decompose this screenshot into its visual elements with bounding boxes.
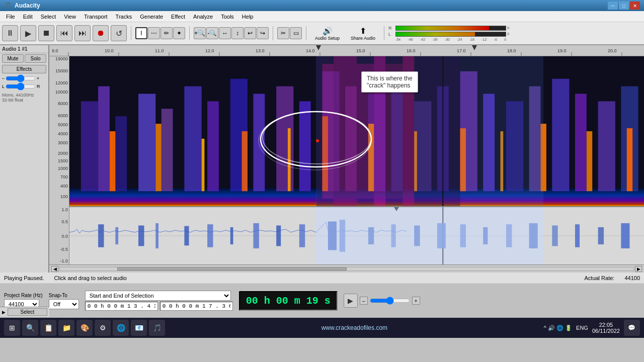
speed-plus-button[interactable]: +	[412, 297, 420, 305]
fastforward-button[interactable]: ⏭	[74, 25, 91, 41]
tracks-area[interactable]: This is where the "crack" happens 19000 …	[49, 56, 644, 264]
db-8000: 8000	[58, 101, 68, 106]
db-3000: 3000	[58, 140, 68, 145]
pan-row: L R	[0, 82, 48, 90]
taskbar-email[interactable]: 📧	[131, 320, 147, 336]
system-tray-icons: ^ 🔊 🌐 🔋	[544, 325, 572, 331]
svg-rect-29	[98, 86, 110, 192]
db-1000: 1000	[58, 166, 68, 171]
zoom-in-tool[interactable]: +🔍	[194, 27, 206, 39]
window-controls: ─ □ ✕	[608, 2, 640, 10]
fit-horizontally-tool[interactable]: ↔	[219, 27, 231, 39]
title-bar: 🎵 Audacity ─ □ ✕	[0, 0, 644, 11]
fit-vertically-tool[interactable]: ↕	[231, 27, 244, 39]
menu-effect[interactable]: Effect	[167, 13, 189, 21]
start-button[interactable]: ⊞	[4, 320, 20, 336]
stop-button[interactable]: ⏹	[38, 25, 54, 41]
menu-transport[interactable]: Transport	[80, 13, 112, 21]
playback-controls-bottom: ▶ – +	[344, 294, 420, 308]
share-audio-group[interactable]: ⬆ Share Audio	[346, 25, 380, 42]
db-700: 700	[60, 174, 68, 179]
envelope-tool[interactable]: ⋯	[148, 27, 160, 39]
multi-tool[interactable]: ✦	[173, 27, 185, 39]
selection-group: Start and End of Selection Start and Len…	[85, 291, 233, 311]
mute-button[interactable]: Mute	[2, 54, 24, 63]
selection-type-select[interactable]: Start and End of Selection Start and Len…	[85, 291, 231, 301]
menu-analyze[interactable]: Analyze	[189, 13, 217, 21]
start-time-input[interactable]	[85, 302, 158, 311]
play-button[interactable]: ▶	[20, 25, 36, 41]
maximize-button[interactable]: □	[619, 2, 629, 10]
silence-tool[interactable]: ▭	[290, 27, 302, 39]
pan-left-label: L	[2, 84, 5, 89]
h-scrollbar[interactable]: ◀ ▶	[49, 264, 644, 273]
search-button[interactable]: 🔍	[22, 320, 38, 336]
scrollbar-thumb[interactable]	[117, 267, 347, 270]
pan-slider[interactable]	[6, 83, 36, 89]
gain-plus-label: +	[37, 76, 39, 81]
svg-rect-79	[115, 227, 118, 244]
svg-text:20.0: 20.0	[608, 48, 617, 53]
select-arrow-icon: ▶	[2, 310, 6, 315]
taskbar-settings[interactable]: ⚙	[95, 320, 111, 336]
db-2000: 2000	[58, 151, 68, 156]
time-display: 00 h 00 m 19 s	[239, 291, 338, 311]
menu-tools[interactable]: Tools	[217, 13, 238, 21]
vu-right-bar	[396, 26, 489, 30]
menu-view[interactable]: View	[60, 13, 80, 21]
close-button[interactable]: ✕	[630, 2, 640, 10]
svg-text:9.0: 9.0	[52, 48, 58, 53]
loop-button[interactable]: ↺	[111, 25, 127, 41]
play-bottom-button[interactable]: ▶	[344, 294, 358, 308]
svg-rect-84	[230, 227, 233, 244]
menu-edit[interactable]: Edit	[19, 13, 37, 21]
waveform-track[interactable]	[69, 206, 644, 264]
trim-tool[interactable]: ✂	[277, 27, 289, 39]
draw-tool[interactable]: ✏	[160, 27, 173, 39]
menu-select[interactable]: Select	[37, 13, 60, 21]
taskbar-browser[interactable]: 🌐	[113, 320, 129, 336]
speed-slider[interactable]	[370, 297, 410, 305]
taskview-button[interactable]: 📋	[40, 320, 56, 336]
end-time-input[interactable]	[160, 302, 233, 311]
record-button[interactable]: ⏺	[93, 25, 109, 41]
share-audio-icon: ⬆	[360, 26, 366, 36]
taskbar-paint[interactable]: 🎨	[76, 320, 93, 336]
notification-button[interactable]: 💬	[624, 320, 640, 336]
menu-help[interactable]: Help	[238, 13, 258, 21]
db-scale: 19000 15000 12000 10000 8000 6000 5000 4…	[49, 56, 69, 206]
taskbar-music[interactable]: 🎵	[149, 320, 165, 336]
svg-text:19.0: 19.0	[557, 48, 567, 53]
solo-button[interactable]: Solo	[25, 54, 46, 63]
taskbar-file-explorer[interactable]: 📁	[58, 320, 74, 336]
select-bottom-button[interactable]: Select	[8, 308, 47, 316]
status-playing: Playing Paused.	[4, 275, 44, 281]
svg-marker-25	[472, 45, 477, 50]
menu-generate[interactable]: Generate	[136, 13, 167, 21]
scroll-left-button[interactable]: ◀	[51, 266, 58, 272]
menu-tracks[interactable]: Tracks	[112, 13, 136, 21]
scrollbar-track[interactable]	[59, 267, 634, 271]
select-tool[interactable]: I	[135, 27, 147, 39]
tool-selector: I ⋯ ✏ ✦	[135, 27, 185, 39]
app-title: Audacity	[15, 2, 40, 9]
rewind-button[interactable]: ⏮	[56, 25, 72, 41]
redo-zoom-tool[interactable]: ↪	[257, 27, 269, 39]
speed-minus-button[interactable]: –	[360, 297, 368, 305]
pause-button[interactable]: ⏸	[2, 25, 18, 41]
db-10000: 10000	[55, 89, 68, 95]
menu-file[interactable]: File	[2, 13, 19, 21]
spectrogram-track[interactable]: This is where the "crack" happens	[69, 56, 644, 206]
zoom-out-tool[interactable]: -🔍	[206, 27, 218, 39]
scroll-right-button[interactable]: ▶	[635, 266, 642, 272]
toolbars: ⏸ ▶ ⏹ ⏮ ⏭ ⏺ ↺ I ⋯ ✏ ✦ +🔍 -🔍 ↔ ↕ ↩ ↪ ✂ ▭	[0, 22, 644, 45]
effects-button[interactable]: Effects	[2, 65, 46, 73]
svg-rect-80	[138, 226, 144, 246]
minimize-button[interactable]: ─	[608, 2, 618, 10]
svg-rect-28	[81, 101, 98, 191]
snap-to-select[interactable]: Off On	[49, 299, 79, 309]
svg-text:15.0: 15.0	[356, 48, 365, 53]
undo-zoom-tool[interactable]: ↩	[244, 27, 256, 39]
gain-slider[interactable]	[6, 75, 36, 81]
audio-setup-group[interactable]: 🔊 Audio Setup	[310, 25, 344, 42]
